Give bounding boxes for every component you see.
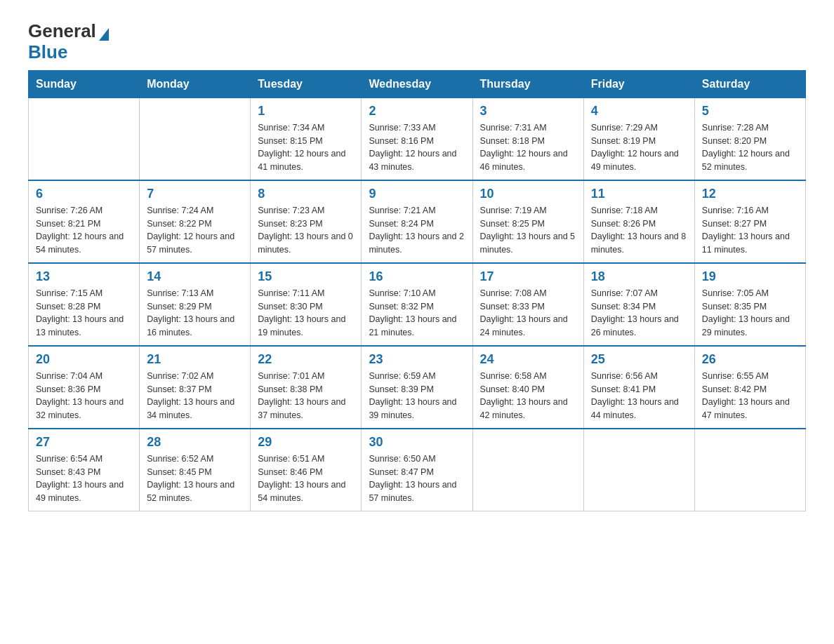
calendar-cell: 10Sunrise: 7:19 AMSunset: 8:25 PMDayligh… [472, 180, 583, 263]
day-number: 16 [369, 269, 465, 284]
calendar-cell: 15Sunrise: 7:11 AMSunset: 8:30 PMDayligh… [251, 263, 362, 346]
day-info: Sunrise: 7:04 AMSunset: 8:36 PMDaylight:… [36, 370, 132, 422]
day-number: 30 [369, 435, 465, 450]
day-number: 14 [147, 269, 243, 284]
calendar-cell: 17Sunrise: 7:08 AMSunset: 8:33 PMDayligh… [472, 263, 583, 346]
day-number: 5 [702, 104, 798, 119]
weekday-header: Wednesday [362, 70, 472, 98]
day-info: Sunrise: 7:34 AMSunset: 8:15 PMDaylight:… [258, 121, 354, 174]
day-number: 20 [36, 352, 132, 367]
day-info: Sunrise: 6:56 AMSunset: 8:41 PMDaylight:… [591, 370, 687, 422]
calendar-cell: 9Sunrise: 7:21 AMSunset: 8:24 PMDaylight… [362, 180, 472, 263]
day-info: Sunrise: 7:10 AMSunset: 8:32 PMDaylight:… [369, 287, 465, 340]
weekday-header: Saturday [694, 70, 805, 98]
weekday-header: Thursday [472, 70, 583, 98]
day-info: Sunrise: 7:18 AMSunset: 8:26 PMDaylight:… [591, 204, 687, 257]
calendar-cell [472, 429, 583, 511]
calendar-cell: 19Sunrise: 7:05 AMSunset: 8:35 PMDayligh… [694, 263, 805, 346]
day-number: 4 [591, 104, 687, 119]
day-number: 28 [147, 435, 243, 450]
page-header: General Blue [28, 21, 806, 63]
day-number: 22 [258, 352, 354, 367]
day-number: 6 [36, 187, 132, 201]
calendar-cell: 3Sunrise: 7:31 AMSunset: 8:18 PMDaylight… [472, 98, 583, 180]
calendar-cell: 1Sunrise: 7:34 AMSunset: 8:15 PMDaylight… [251, 98, 362, 180]
calendar-cell: 25Sunrise: 6:56 AMSunset: 8:41 PMDayligh… [583, 346, 694, 429]
day-number: 23 [369, 352, 465, 367]
day-info: Sunrise: 6:54 AMSunset: 8:43 PMDaylight:… [36, 452, 132, 505]
weekday-header: Sunday [29, 70, 140, 98]
calendar-table: SundayMondayTuesdayWednesdayThursdayFrid… [28, 70, 806, 511]
day-info: Sunrise: 7:24 AMSunset: 8:22 PMDaylight:… [147, 204, 243, 257]
calendar-cell: 7Sunrise: 7:24 AMSunset: 8:22 PMDaylight… [140, 180, 251, 263]
day-info: Sunrise: 7:23 AMSunset: 8:23 PMDaylight:… [258, 204, 354, 257]
day-number: 21 [147, 352, 243, 367]
calendar-cell [140, 98, 251, 180]
calendar-cell: 29Sunrise: 6:51 AMSunset: 8:46 PMDayligh… [251, 429, 362, 511]
calendar-cell: 30Sunrise: 6:50 AMSunset: 8:47 PMDayligh… [362, 429, 472, 511]
day-info: Sunrise: 7:28 AMSunset: 8:20 PMDaylight:… [702, 121, 798, 174]
calendar-cell: 20Sunrise: 7:04 AMSunset: 8:36 PMDayligh… [29, 346, 140, 429]
day-info: Sunrise: 6:51 AMSunset: 8:46 PMDaylight:… [258, 452, 354, 505]
calendar-cell: 26Sunrise: 6:55 AMSunset: 8:42 PMDayligh… [694, 346, 805, 429]
day-info: Sunrise: 7:19 AMSunset: 8:25 PMDaylight:… [480, 204, 576, 257]
calendar-cell: 16Sunrise: 7:10 AMSunset: 8:32 PMDayligh… [362, 263, 472, 346]
calendar-cell: 12Sunrise: 7:16 AMSunset: 8:27 PMDayligh… [694, 180, 805, 263]
day-info: Sunrise: 6:58 AMSunset: 8:40 PMDaylight:… [480, 370, 576, 422]
calendar-cell: 27Sunrise: 6:54 AMSunset: 8:43 PMDayligh… [29, 429, 140, 511]
day-info: Sunrise: 6:50 AMSunset: 8:47 PMDaylight:… [369, 452, 465, 505]
day-number: 26 [702, 352, 798, 367]
calendar-cell: 6Sunrise: 7:26 AMSunset: 8:21 PMDaylight… [29, 180, 140, 263]
day-number: 2 [369, 104, 465, 119]
day-info: Sunrise: 7:11 AMSunset: 8:30 PMDaylight:… [258, 287, 354, 340]
day-number: 17 [480, 269, 576, 284]
day-number: 3 [480, 104, 576, 119]
calendar-cell: 11Sunrise: 7:18 AMSunset: 8:26 PMDayligh… [583, 180, 694, 263]
day-info: Sunrise: 7:15 AMSunset: 8:28 PMDaylight:… [36, 287, 132, 340]
calendar-cell: 22Sunrise: 7:01 AMSunset: 8:38 PMDayligh… [251, 346, 362, 429]
day-number: 27 [36, 435, 132, 450]
day-number: 10 [480, 187, 576, 201]
calendar-cell: 8Sunrise: 7:23 AMSunset: 8:23 PMDaylight… [251, 180, 362, 263]
day-info: Sunrise: 7:13 AMSunset: 8:29 PMDaylight:… [147, 287, 243, 340]
day-info: Sunrise: 7:02 AMSunset: 8:37 PMDaylight:… [147, 370, 243, 422]
calendar-cell: 18Sunrise: 7:07 AMSunset: 8:34 PMDayligh… [583, 263, 694, 346]
calendar-cell: 14Sunrise: 7:13 AMSunset: 8:29 PMDayligh… [140, 263, 251, 346]
day-info: Sunrise: 7:08 AMSunset: 8:33 PMDaylight:… [480, 287, 576, 340]
calendar-cell [694, 429, 805, 511]
day-number: 7 [147, 187, 243, 201]
day-number: 9 [369, 187, 465, 201]
calendar-cell [583, 429, 694, 511]
calendar-cell: 13Sunrise: 7:15 AMSunset: 8:28 PMDayligh… [29, 263, 140, 346]
day-number: 25 [591, 352, 687, 367]
weekday-header: Monday [140, 70, 251, 98]
day-info: Sunrise: 6:55 AMSunset: 8:42 PMDaylight:… [702, 370, 798, 422]
logo-blue: Blue [28, 41, 67, 62]
day-number: 24 [480, 352, 576, 367]
day-number: 29 [258, 435, 354, 450]
day-info: Sunrise: 7:05 AMSunset: 8:35 PMDaylight:… [702, 287, 798, 340]
calendar-cell: 28Sunrise: 6:52 AMSunset: 8:45 PMDayligh… [140, 429, 251, 511]
weekday-header: Tuesday [251, 70, 362, 98]
calendar-cell: 23Sunrise: 6:59 AMSunset: 8:39 PMDayligh… [362, 346, 472, 429]
calendar-header: SundayMondayTuesdayWednesdayThursdayFrid… [29, 70, 806, 98]
day-info: Sunrise: 6:52 AMSunset: 8:45 PMDaylight:… [147, 452, 243, 505]
day-number: 1 [258, 104, 354, 119]
day-number: 13 [36, 269, 132, 284]
day-info: Sunrise: 7:01 AMSunset: 8:38 PMDaylight:… [258, 370, 354, 422]
day-number: 19 [702, 269, 798, 284]
day-info: Sunrise: 7:29 AMSunset: 8:19 PMDaylight:… [591, 121, 687, 174]
calendar-cell: 2Sunrise: 7:33 AMSunset: 8:16 PMDaylight… [362, 98, 472, 180]
day-info: Sunrise: 7:26 AMSunset: 8:21 PMDaylight:… [36, 204, 132, 257]
day-info: Sunrise: 7:07 AMSunset: 8:34 PMDaylight:… [591, 287, 687, 340]
day-number: 11 [591, 187, 687, 201]
calendar-cell: 5Sunrise: 7:28 AMSunset: 8:20 PMDaylight… [694, 98, 805, 180]
day-number: 18 [591, 269, 687, 284]
logo-wordmark: General Blue [28, 21, 109, 63]
weekday-header: Friday [583, 70, 694, 98]
day-info: Sunrise: 7:33 AMSunset: 8:16 PMDaylight:… [369, 121, 465, 174]
day-number: 12 [702, 187, 798, 201]
day-info: Sunrise: 7:31 AMSunset: 8:18 PMDaylight:… [480, 121, 576, 174]
logo-triangle-icon [99, 28, 109, 41]
logo-general: General [28, 20, 96, 41]
